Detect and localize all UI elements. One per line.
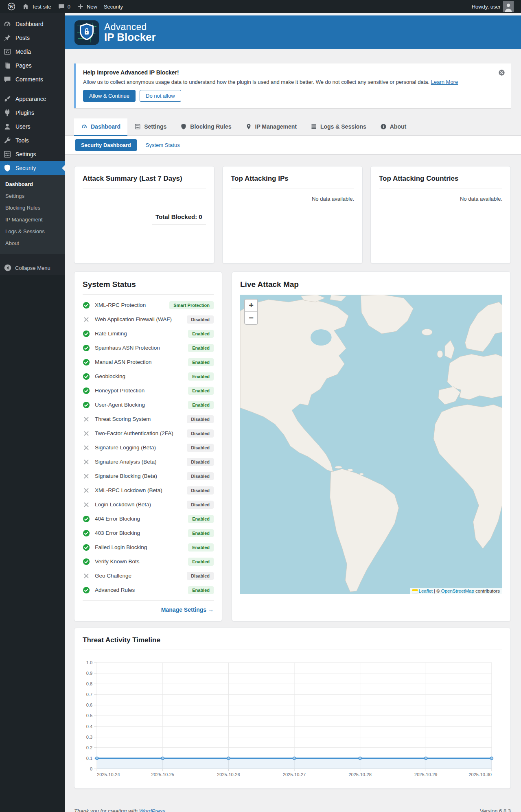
subtab-security-dashboard[interactable]: Security Dashboard xyxy=(75,139,137,151)
tab-label: Dashboard xyxy=(91,123,120,130)
subtab-system-status[interactable]: System Status xyxy=(146,142,180,148)
submenu-item-dashboard[interactable]: Dashboard xyxy=(0,178,65,190)
main-content: Advanced IP Blocker Help Improve Advance… xyxy=(65,13,521,812)
status-badge: Disabled xyxy=(187,572,214,580)
site-name: Test site xyxy=(32,4,51,10)
zoom-in-button[interactable]: + xyxy=(245,300,257,312)
openstreetmap-link[interactable]: OpenStreetMap xyxy=(441,589,474,593)
sidebar-item-settings[interactable]: Settings xyxy=(0,147,65,161)
plugin-title-line2: IP Blocker xyxy=(104,32,156,43)
leaflet-map[interactable]: + − Leaflet | © OpenStreetMap contributo… xyxy=(240,295,502,594)
sidebar-item-appearance[interactable]: Appearance xyxy=(0,92,65,106)
tab-dashboard[interactable]: Dashboard xyxy=(74,118,127,136)
status-badge: Enabled xyxy=(188,586,214,594)
plugin-header: Advanced IP Blocker xyxy=(65,15,521,49)
sidebar-item-label: Tools xyxy=(15,137,29,144)
wordpress-menu[interactable]: W xyxy=(4,0,19,13)
status-badge: Enabled xyxy=(188,401,214,409)
sidebar-item-label: Comments xyxy=(15,76,43,83)
svg-text:2025-10-25: 2025-10-25 xyxy=(151,772,174,777)
wordpress-link[interactable]: WordPress xyxy=(139,808,165,812)
settings-icon xyxy=(3,150,11,158)
tab-about[interactable]: About xyxy=(373,118,413,136)
svg-text:0.3: 0.3 xyxy=(86,735,92,740)
users-icon xyxy=(3,123,11,131)
tab-settings[interactable]: Settings xyxy=(127,118,173,136)
submenu-item-blocking-rules[interactable]: Blocking Rules xyxy=(0,202,65,214)
shield-icon xyxy=(3,164,11,172)
sidebar-item-media[interactable]: Media xyxy=(0,45,65,59)
system-status-list: XML-RPC ProtectionSmart ProtectionWeb Ap… xyxy=(83,298,214,597)
status-row-verify-known-bots: Verify Known BotsEnabled xyxy=(83,554,214,569)
status-badge: Enabled xyxy=(188,372,214,381)
threat-activity-title: Threat Activity Timeline xyxy=(83,636,502,650)
footer-version: Version 6.8.3 xyxy=(480,808,511,812)
leaflet-link[interactable]: Leaflet xyxy=(419,589,433,593)
do-not-allow-button[interactable]: Do not allow xyxy=(140,90,181,102)
manage-settings-link[interactable]: Manage Settings → xyxy=(161,606,214,613)
tab-ip-management[interactable]: IP Management xyxy=(239,118,304,136)
status-badge: Disabled xyxy=(187,472,214,480)
status-label: Signature Analysis (Beta) xyxy=(95,459,187,465)
admin-bar: W Test site 0 New Security Howdy, user xyxy=(0,0,521,13)
svg-text:2025-10-30: 2025-10-30 xyxy=(468,772,491,777)
tab-label: Blocking Rules xyxy=(190,123,231,130)
svg-text:2025-10-26: 2025-10-26 xyxy=(217,772,240,777)
sidebar-item-users[interactable]: Users xyxy=(0,120,65,134)
sidebar-item-plugins[interactable]: Plugins xyxy=(0,106,65,120)
sidebar-item-label: Plugins xyxy=(15,109,34,116)
sidebar-item-tools[interactable]: Tools xyxy=(0,134,65,147)
tools-icon xyxy=(3,136,11,144)
top-ips-title: Top Attacking IPs xyxy=(231,175,354,188)
check-circle-icon xyxy=(83,530,90,537)
learn-more-link[interactable]: Learn More xyxy=(431,79,458,85)
admin-bar-security-link[interactable]: Security xyxy=(101,0,126,13)
attack-summary-card: Attack Summary (Last 7 Days) Total Block… xyxy=(74,166,215,264)
top-attacking-ips-card: Top Attacking IPs No data available. xyxy=(222,166,363,264)
sidebar-item-pages[interactable]: Pages xyxy=(0,59,65,72)
tab-label: Settings xyxy=(144,123,166,130)
collapse-arrow-icon xyxy=(4,264,12,272)
sidebar-item-label: Appearance xyxy=(15,96,46,102)
howdy-user-menu[interactable]: Howdy, user xyxy=(468,0,517,13)
map-zoom-control: + − xyxy=(244,299,258,325)
sidebar-item-security[interactable]: Security xyxy=(0,161,65,175)
status-label: Signature Logging (Beta) xyxy=(95,444,187,451)
world-map-graphic xyxy=(240,295,502,594)
status-label: Signature Blocking (Beta) xyxy=(95,473,187,479)
top-attacking-countries-card: Top Attacking Countries No data availabl… xyxy=(370,166,511,264)
submenu-item-ip-management[interactable]: IP Management xyxy=(0,214,65,225)
status-label: Web Application Firewall (WAF) xyxy=(95,316,187,322)
submenu-item-logs-sessions[interactable]: Logs & Sessions xyxy=(0,225,65,237)
sidebar-item-comments[interactable]: Comments xyxy=(0,72,65,86)
plugin-icon xyxy=(3,109,11,117)
submenu-item-settings[interactable]: Settings xyxy=(0,190,65,202)
tab-blocking-rules[interactable]: Blocking Rules xyxy=(173,118,238,136)
status-badge: Disabled xyxy=(187,444,214,452)
zoom-out-button[interactable]: − xyxy=(245,312,257,324)
site-name-link[interactable]: Test site xyxy=(19,0,55,13)
total-blocked-value: Total Blocked: 0 xyxy=(152,209,206,225)
status-label: Manual ASN Protection xyxy=(95,359,188,365)
svg-text:0.5: 0.5 xyxy=(86,714,92,718)
x-mark-icon xyxy=(83,572,90,580)
status-badge: Enabled xyxy=(188,387,214,395)
submenu-item-about[interactable]: About xyxy=(0,237,65,249)
dismiss-notice-icon[interactable] xyxy=(498,69,505,76)
comments-link[interactable]: 0 xyxy=(55,0,74,13)
sidebar-item-posts[interactable]: Posts xyxy=(0,31,65,45)
tab-logs-sessions[interactable]: Logs & Sessions xyxy=(304,118,373,136)
sidebar-item-label: Media xyxy=(15,48,31,55)
status-row-login-lockdown-beta: Login Lockdown (Beta)Disabled xyxy=(83,497,214,512)
status-row-honeypot-protection: Honeypot ProtectionEnabled xyxy=(83,383,214,398)
check-circle-icon xyxy=(83,387,90,394)
svg-text:0.1: 0.1 xyxy=(86,756,92,761)
sidebar-item-label: Settings xyxy=(15,151,36,158)
new-menu[interactable]: New xyxy=(74,0,101,13)
status-label: 403 Error Blocking xyxy=(95,530,188,536)
status-label: Honeypot Protection xyxy=(95,387,188,394)
status-label: Spamhaus ASN Protection xyxy=(95,345,188,351)
allow-continue-button[interactable]: Allow & Continue xyxy=(83,90,136,102)
collapse-menu-button[interactable]: Collapse Menu xyxy=(0,260,65,275)
sidebar-item-dashboard[interactable]: Dashboard xyxy=(0,17,65,31)
